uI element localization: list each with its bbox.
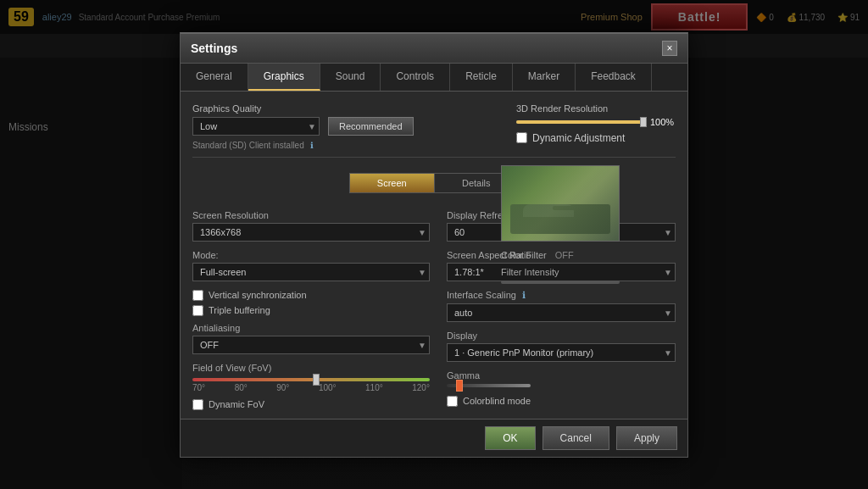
resolution-select-wrapper: 1366x768 1920x1080 2560x1440 ▼ — [192, 223, 430, 242]
fov-slider[interactable] — [192, 378, 430, 381]
quality-row: Low Medium High Ultra ▼ Recommended — [192, 117, 414, 136]
quality-dropdown[interactable]: Low Medium High Ultra — [192, 117, 320, 136]
tab-marker[interactable]: Marker — [513, 64, 576, 91]
color-filter-label: Color Filter — [501, 250, 547, 260]
gamma-slider[interactable] — [447, 384, 531, 387]
render-percent: 100% — [650, 117, 676, 127]
dynamic-adj-label: Dynamic Adjustment — [532, 132, 625, 144]
modal-footer: OK Cancel Apply — [181, 419, 687, 457]
recommended-button[interactable]: Recommended — [328, 117, 414, 136]
colorblind-row: Colorblind mode — [447, 396, 531, 407]
tab-sound[interactable]: Sound — [320, 64, 381, 91]
mode-select-wrapper: Full-screen Windowed Borderless ▼ — [192, 263, 430, 281]
colorblind-checkbox[interactable] — [447, 396, 458, 407]
render-label: 3D Render Resolution — [516, 103, 676, 114]
quality-label: Graphics Quality — [192, 103, 414, 114]
scaling-select-wrapper: auto 100% 125% 150% ▼ — [447, 303, 676, 322]
triple-buf-row: Triple buffering — [192, 305, 430, 316]
display-label: Display — [447, 331, 676, 341]
screen-resolution-label: Screen Resolution — [192, 210, 430, 220]
color-filter-row: Color Filter OFF — [501, 250, 620, 260]
mode-dropdown[interactable]: Full-screen Windowed Borderless — [192, 263, 430, 281]
apply-button[interactable]: Apply — [616, 426, 677, 450]
tab-general[interactable]: General — [181, 64, 248, 91]
mode-group: Mode: Full-screen Windowed Borderless ▼ — [192, 250, 430, 281]
antialiasing-dropdown[interactable]: OFF 2x MSAA 4x MSAA — [192, 336, 430, 354]
client-info-icon: ℹ — [310, 141, 314, 150]
fov-label: Field of View (FoV) — [192, 363, 430, 373]
resolution-dropdown[interactable]: 1366x768 1920x1080 2560x1440 — [192, 223, 430, 242]
mode-label: Mode: — [192, 250, 430, 260]
render-row: 100% — [516, 117, 676, 127]
vsync-row: Vertical synchronization — [192, 290, 430, 301]
gamma-colorblind-col: Gamma Colorblind mode — [447, 370, 531, 411]
modal-body: Graphics Quality Low Medium High Ultra ▼… — [181, 92, 687, 457]
render-section: 3D Render Resolution 100% Dynamic Adjust… — [516, 103, 676, 144]
vsync-checkbox[interactable] — [192, 290, 203, 301]
ok-button[interactable]: OK — [485, 426, 535, 450]
color-filter-value: OFF — [555, 250, 574, 260]
tab-reticle[interactable]: Reticle — [450, 64, 513, 91]
tab-graphics[interactable]: Graphics — [248, 64, 320, 91]
display-select-wrapper: 1 · Generic PnP Monitor (primary) ▼ — [447, 343, 676, 362]
display-group: Display 1 · Generic PnP Monitor (primary… — [447, 331, 676, 362]
filter-intensity-label: Filter Intensity — [501, 267, 620, 277]
antialiasing-group: Antialiasing OFF 2x MSAA 4x MSAA ▼ — [192, 323, 430, 354]
antialiasing-select-wrapper: OFF 2x MSAA 4x MSAA ▼ — [192, 336, 430, 354]
triple-buf-label: Triple buffering — [209, 305, 270, 315]
fov-labels: 70° 80° 90° 100° 110° 120° — [192, 383, 430, 392]
colorblind-label: Colorblind mode — [463, 396, 531, 406]
divider — [192, 157, 676, 158]
quality-select-wrapper: Low Medium High Ultra ▼ — [192, 117, 320, 136]
settings-tabs: General Graphics Sound Controls Reticle … — [181, 64, 687, 92]
antialiasing-label: Antialiasing — [192, 323, 430, 333]
triple-buf-checkbox[interactable] — [192, 305, 203, 316]
interface-scaling-label: Interface Scaling ℹ — [447, 290, 676, 301]
tab-feedback[interactable]: Feedback — [576, 64, 652, 91]
modal-title: Settings — [191, 42, 237, 55]
settings-modal: Settings × General Graphics Sound Contro… — [180, 32, 688, 458]
fov-section: Field of View (FoV) 70° 80° 90° 100° 110… — [192, 363, 430, 392]
preview-color-area: Gamma Colorblind mode — [447, 370, 676, 411]
cancel-button[interactable]: Cancel — [542, 426, 609, 450]
display-dropdown[interactable]: 1 · Generic PnP Monitor (primary) — [447, 343, 676, 362]
intensity-slider[interactable] — [501, 281, 620, 284]
dynamic-adj-row: Dynamic Adjustment — [516, 132, 676, 144]
quality-section: Graphics Quality Low Medium High Ultra ▼… — [192, 103, 414, 150]
scaling-dropdown[interactable]: auto 100% 125% 150% — [447, 303, 676, 322]
left-settings-col: Screen Resolution 1366x768 1920x1080 256… — [192, 210, 430, 414]
render-slider[interactable] — [516, 120, 643, 124]
screen-resolution-group: Screen Resolution 1366x768 1920x1080 256… — [192, 210, 430, 242]
dynamic-adj-checkbox[interactable] — [516, 132, 527, 143]
scaling-info-icon: ℹ — [522, 290, 526, 300]
tab-controls[interactable]: Controls — [381, 64, 450, 91]
sub-tabs: Screen Details — [349, 173, 519, 193]
close-button[interactable]: × — [662, 41, 677, 56]
modal-overlay: Settings × General Graphics Sound Contro… — [0, 0, 868, 489]
sub-tab-screen[interactable]: Screen — [350, 174, 435, 192]
dynamic-fov-row: Dynamic FoV — [192, 399, 430, 410]
preview-image — [501, 165, 620, 242]
vsync-label: Vertical synchronization — [209, 290, 307, 300]
dynamic-fov-checkbox[interactable] — [192, 399, 203, 410]
dynamic-fov-label: Dynamic FoV — [209, 399, 264, 409]
preview-container: Color Filter OFF Filter Intensity — [501, 165, 620, 284]
client-info: Standard (SD) Client installed ℹ — [192, 141, 414, 150]
interface-scaling-group: Interface Scaling ℹ auto 100% 125% 150% … — [447, 290, 676, 322]
modal-header: Settings × — [181, 34, 687, 64]
